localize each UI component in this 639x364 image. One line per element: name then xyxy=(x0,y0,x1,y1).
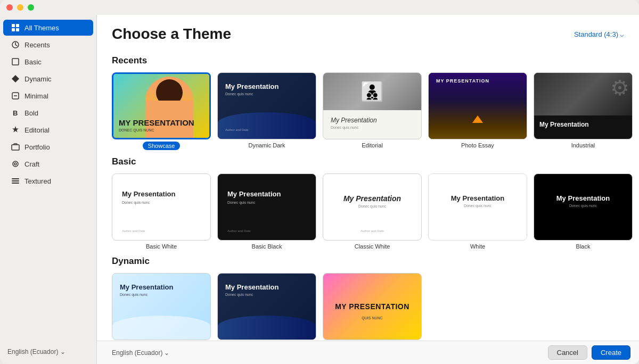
theme-item-basic-white[interactable]: My Presentation Donec quis nunc Author a… xyxy=(112,173,211,250)
photo-essay-title: MY PRESENTATION xyxy=(436,78,489,84)
basic-white-author: Author and Date xyxy=(122,229,145,233)
theme-thumb-dynamic-dark2[interactable]: My Presentation Donec quis nunc xyxy=(217,273,316,340)
theme-item-basic-black[interactable]: My Presentation Donec quis nunc Author a… xyxy=(217,173,316,250)
sidebar-item-bold[interactable]: B Bold xyxy=(3,105,93,121)
svg-rect-0 xyxy=(12,24,15,27)
sidebar-item-minimal[interactable]: Minimal xyxy=(3,88,93,104)
theme-item-black[interactable]: My Presentation Donec quis nunc Black xyxy=(534,173,633,250)
dynamic-dark2-wave xyxy=(218,316,316,340)
aspect-ratio-button[interactable]: Standard (4:3) ⌵ xyxy=(574,30,624,38)
dynamic-dark-author: Author and Date xyxy=(225,128,249,131)
theme-item-white[interactable]: My Presentation Donec quis nunc White xyxy=(428,173,527,250)
basic-black-title: My Presentation xyxy=(227,190,281,198)
theme-thumb-editorial[interactable]: 👨‍👦‍👦 My Presentation Donec quis nunc xyxy=(323,72,422,139)
aspect-ratio-chevron: ⌵ xyxy=(620,30,624,38)
close-button[interactable] xyxy=(6,4,13,11)
theme-thumb-white[interactable]: My Presentation Donec quis nunc xyxy=(428,173,527,241)
dynamic-gradient-title: MY PRESENTATION xyxy=(335,302,409,311)
theme-thumb-dynamic-dark[interactable]: My Presentation Donec quis nunc Author a… xyxy=(217,72,316,139)
sidebar-item-editorial[interactable]: Editorial xyxy=(3,122,93,138)
theme-item-dynamic-light[interactable]: My Presentation Donec quis nunc Dynamic … xyxy=(112,273,211,341)
cancel-button[interactable]: Cancel xyxy=(548,345,587,360)
language-selector[interactable]: English (Ecuador) ⌄ xyxy=(0,344,96,360)
language-button[interactable]: English (Ecuador) ⌄ xyxy=(112,349,169,357)
action-buttons: Cancel Create xyxy=(548,345,631,360)
svg-rect-5 xyxy=(12,59,19,65)
theme-thumb-showcase[interactable]: MY PRESENTATION DONEC QUIS NUNC xyxy=(112,72,211,139)
craft-icon xyxy=(11,159,20,169)
showcase-label-wrap: Showcase xyxy=(143,139,181,150)
white-title: My Presentation xyxy=(451,194,504,202)
sidebar-item-portfolio[interactable]: Portfolio xyxy=(3,139,93,155)
dynamic-icon xyxy=(11,74,20,84)
recents-section-header: Recents xyxy=(112,55,624,66)
theme-item-dynamic-dark[interactable]: My Presentation Donec quis nunc Author a… xyxy=(217,72,316,150)
theme-thumb-classic-white[interactable]: My Presentation Donec quis nunc Author a… xyxy=(323,173,422,241)
theme-item-dynamic-dark2[interactable]: My Presentation Donec quis nunc Dynamic … xyxy=(217,273,316,341)
app-container: All Themes Recents Basic Dynamic Minimal xyxy=(0,15,639,364)
basic-grid: My Presentation Donec quis nunc Author a… xyxy=(112,173,624,250)
dynamic-light-title: My Presentation xyxy=(120,283,173,291)
main-header: Choose a Theme Standard (4:3) ⌵ xyxy=(97,15,639,49)
industrial-bg: ⚙ xyxy=(534,73,632,115)
sidebar-item-dynamic[interactable]: Dynamic xyxy=(3,71,93,87)
basic-white-sub: Donec quis nunc xyxy=(122,201,150,204)
dynamic-dark-title: My Presentation xyxy=(225,82,278,90)
sidebar-item-textured[interactable]: Textured xyxy=(3,173,93,189)
dynamic-section-header: Dynamic xyxy=(112,256,624,267)
svg-rect-14 xyxy=(12,180,19,181)
dynamic-gradient-sub: QUIS NUNC xyxy=(362,316,382,320)
language-chevron: ⌄ xyxy=(60,348,65,355)
bold-icon: B xyxy=(11,108,20,118)
theme-item-dynamic-gradient[interactable]: MY PRESENTATION QUIS NUNC Dynamic Gradie… xyxy=(323,273,422,341)
basic-black-label: Basic Black xyxy=(252,243,282,250)
basic-icon xyxy=(11,57,20,67)
language-dropdown-icon: ⌄ xyxy=(164,349,169,357)
theme-thumb-basic-white[interactable]: My Presentation Donec quis nunc Author a… xyxy=(112,173,211,241)
titlebar xyxy=(0,0,639,15)
sidebar-label-minimal: Minimal xyxy=(24,92,48,100)
theme-thumb-black[interactable]: My Presentation Donec quis nunc xyxy=(534,173,633,241)
sidebar-label-editorial: Editorial xyxy=(24,126,50,134)
dynamic-dark-label: Dynamic Dark xyxy=(248,142,285,148)
theme-thumb-dynamic-gradient[interactable]: MY PRESENTATION QUIS NUNC xyxy=(323,273,422,340)
gear-icon: ⚙ xyxy=(610,76,629,100)
dynamic-light-wave xyxy=(112,316,210,340)
classic-white-sub: Donec quis nunc xyxy=(358,204,386,208)
white-sub: Donec quis nunc xyxy=(464,204,491,208)
svg-rect-10 xyxy=(12,145,19,150)
themes-area: Recents MY PRESENTATION xyxy=(97,49,639,341)
theme-item-photo-essay[interactable]: MY PRESENTATION Photo Essay xyxy=(428,72,527,150)
sidebar-label-craft: Craft xyxy=(24,160,39,168)
theme-thumb-photo-essay[interactable]: MY PRESENTATION xyxy=(428,72,527,139)
theme-thumb-industrial[interactable]: ⚙ My Presentation xyxy=(534,72,633,139)
svg-point-12 xyxy=(14,163,17,165)
sidebar-item-basic[interactable]: Basic xyxy=(3,54,93,70)
dynamic-light-sub: Donec quis nunc xyxy=(120,293,148,296)
theme-item-classic-white[interactable]: My Presentation Donec quis nunc Author a… xyxy=(323,173,422,250)
editorial-title: My Presentation xyxy=(331,117,377,124)
white-label: White xyxy=(470,243,485,250)
sidebar-item-recents[interactable]: Recents xyxy=(3,37,93,53)
minimize-button[interactable] xyxy=(17,4,23,11)
editorial-sub: Donec quis nunc xyxy=(331,126,358,129)
portfolio-icon xyxy=(11,142,20,152)
theme-thumb-dynamic-light[interactable]: My Presentation Donec quis nunc xyxy=(112,273,211,340)
black-sub: Donec quis nunc xyxy=(569,204,597,208)
theme-thumb-basic-black[interactable]: My Presentation Donec quis nunc Author a… xyxy=(217,173,316,241)
classic-white-author: Author and Date xyxy=(361,229,384,233)
svg-rect-1 xyxy=(16,24,19,27)
sidebar-item-craft[interactable]: Craft xyxy=(3,156,93,172)
dynamic-dark2-title: My Presentation xyxy=(225,283,278,291)
maximize-button[interactable] xyxy=(28,4,34,11)
theme-item-editorial[interactable]: 👨‍👦‍👦 My Presentation Donec quis nunc Ed… xyxy=(323,72,422,150)
create-button[interactable]: Create xyxy=(592,345,630,360)
language-text: English (Ecuador) xyxy=(112,349,162,357)
textured-icon xyxy=(11,176,20,186)
theme-item-showcase[interactable]: MY PRESENTATION DONEC QUIS NUNC Showcase xyxy=(112,72,211,150)
basic-white-title: My Presentation xyxy=(122,190,175,198)
black-label: Black xyxy=(576,243,591,250)
sidebar-label-recents: Recents xyxy=(24,41,50,49)
theme-item-industrial[interactable]: ⚙ My Presentation Industrial xyxy=(534,72,633,150)
sidebar-item-all-themes[interactable]: All Themes xyxy=(3,20,93,36)
